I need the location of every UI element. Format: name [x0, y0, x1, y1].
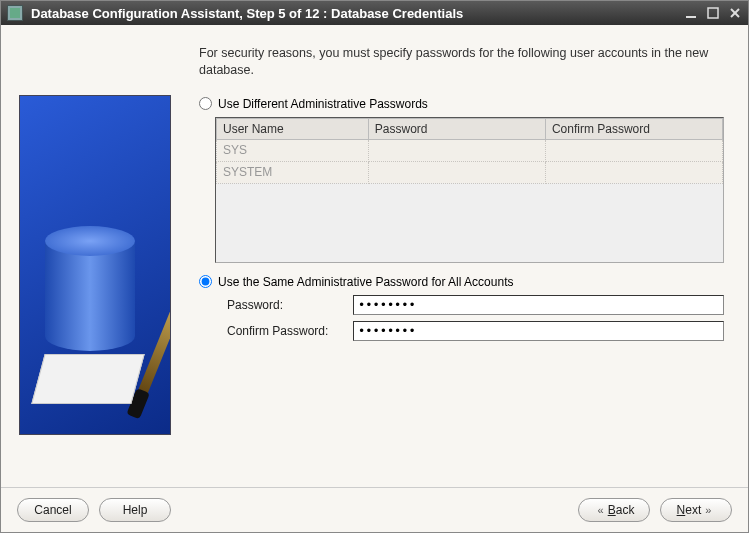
col-password: Password	[368, 118, 545, 139]
titlebar: Database Configuration Assistant, Step 5…	[1, 1, 748, 25]
col-username: User Name	[217, 118, 369, 139]
table-row: SYS	[217, 139, 723, 161]
radio-same-password[interactable]	[199, 275, 212, 288]
svg-rect-2	[708, 8, 718, 18]
form-panel: For security reasons, you must specify p…	[171, 45, 730, 479]
instruction-text: For security reasons, you must specify p…	[199, 45, 724, 79]
user-password-table: User Name Password Confirm Password SYS	[215, 117, 724, 263]
tag-icon	[38, 354, 148, 414]
table-header-row: User Name Password Confirm Password	[217, 118, 723, 139]
table-row: SYSTEM	[217, 161, 723, 183]
cell-username: SYS	[217, 139, 369, 161]
dbca-window: Database Configuration Assistant, Step 5…	[0, 0, 749, 533]
radio-same-label: Use the Same Administrative Password for…	[218, 275, 513, 289]
cell-confirm[interactable]	[545, 139, 722, 161]
chevron-left-icon: «	[594, 504, 608, 516]
svg-rect-0	[10, 8, 20, 18]
footer: Cancel Help « Back Next »	[1, 487, 748, 532]
window-title: Database Configuration Assistant, Step 5…	[31, 6, 684, 21]
radio-different-label: Use Different Administrative Passwords	[218, 97, 428, 111]
chevron-right-icon: »	[701, 504, 715, 516]
confirm-password-label: Confirm Password:	[227, 324, 347, 338]
password-label: Password:	[227, 298, 347, 312]
cancel-button[interactable]: Cancel	[17, 498, 89, 522]
password-input[interactable]	[353, 295, 724, 315]
option-same-password[interactable]: Use the Same Administrative Password for…	[199, 275, 724, 289]
window-controls	[684, 6, 742, 20]
content-area: For security reasons, you must specify p…	[1, 25, 748, 487]
next-button[interactable]: Next »	[660, 498, 732, 522]
cell-password[interactable]	[368, 161, 545, 183]
cell-username: SYSTEM	[217, 161, 369, 183]
confirm-password-input[interactable]	[353, 321, 724, 341]
svg-rect-1	[686, 16, 696, 18]
radio-different-passwords[interactable]	[199, 97, 212, 110]
wizard-illustration	[19, 95, 171, 435]
app-icon	[7, 5, 23, 21]
close-button[interactable]	[728, 6, 742, 20]
minimize-button[interactable]	[684, 6, 698, 20]
option-different-passwords[interactable]: Use Different Administrative Passwords	[199, 97, 724, 111]
maximize-button[interactable]	[706, 6, 720, 20]
password-row: Password:	[227, 295, 724, 315]
cell-confirm[interactable]	[545, 161, 722, 183]
col-confirm: Confirm Password	[545, 118, 722, 139]
help-button[interactable]: Help	[99, 498, 171, 522]
cell-password[interactable]	[368, 139, 545, 161]
back-button[interactable]: « Back	[578, 498, 650, 522]
confirm-password-row: Confirm Password:	[227, 321, 724, 341]
